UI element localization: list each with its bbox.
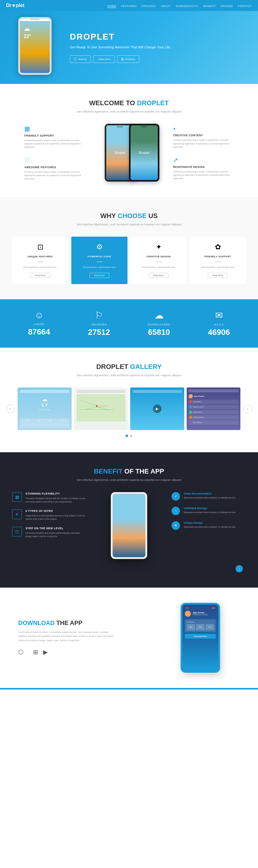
apple-btn[interactable]: Apple store	[93, 55, 115, 63]
gallery-prev-button[interactable]: ‹	[6, 404, 14, 413]
storage-icon: ↑	[172, 507, 180, 515]
hero-phone: ☁ 22°	[18, 17, 58, 75]
feature-friendly-support: ▦ FRIENDLY SUPPORT Architecto provident …	[24, 125, 85, 149]
benefit-right-text: Unique Design Qabusdam provident dibus d…	[184, 521, 236, 529]
nav-pricing[interactable]: PRICING	[221, 5, 233, 8]
download-icons: ⬡ ⊞ ▶	[18, 648, 149, 656]
download-phone-mock: 9:41 ●●● App Screen Presentation Checkli…	[181, 603, 220, 673]
list-item: Leigh Anderson	[188, 415, 239, 420]
gallery-slide-3: ▶	[130, 388, 184, 430]
windows-icon: ⊞	[121, 57, 124, 61]
gallery-container: ‹ ☁ 1 7 Partly Cloudy MonTueWedThu	[6, 388, 252, 430]
gallery-dot-1[interactable]	[126, 435, 128, 437]
hero-title: DROPLET	[70, 32, 240, 42]
gallery-slide-2	[74, 388, 128, 430]
stat-number: 87664	[12, 327, 66, 337]
card-text: Odt temporibus, reprehenderit aum.	[23, 266, 57, 269]
welcome-section: WELCOME TO DROPLET Vero dolurbus digniss…	[0, 84, 258, 197]
card-divider	[97, 261, 103, 262]
android-icon: ⬡	[74, 57, 77, 61]
windows-btn[interactable]: ⊞ Windows	[117, 55, 139, 63]
gallery-slide-1: ☁ 1 7 Partly Cloudy MonTueWedThu	[17, 388, 72, 430]
list-item: Barbara Lorent	[188, 405, 239, 409]
gallery-title: DROPLET GALLERY	[6, 363, 252, 371]
stat-label: USERS	[12, 323, 66, 326]
benefit-right: ✓ Clean Documentation Qabusdam provident…	[172, 492, 246, 530]
download-description: Lorem ipsum dolor sit amet, consectetur …	[18, 630, 115, 643]
logo[interactable]: Drplet	[6, 3, 24, 8]
card-text: Odt temporibus, reprehenderit aum.	[201, 266, 235, 269]
hero-buttons: ⬡ Android Apple store ⊞ Windows	[70, 55, 240, 63]
choose-cards: ⊡ UNIQUE FEATURES Odt temporibus, repreh…	[12, 237, 246, 284]
benefit-item-text: STUNNING FLEXIBILITY The given template …	[26, 492, 86, 503]
benefit-section: BENEFIT OF THE APP Vero dolurbus digniss…	[0, 452, 258, 588]
gallery-slides: ☁ 1 7 Partly Cloudy MonTueWedThu	[17, 388, 241, 430]
powerful-code-icon: ⚙	[96, 243, 103, 251]
phone-black: Dr●plet	[129, 124, 159, 182]
read-more-button-1[interactable]: Read More	[30, 273, 50, 278]
hero-text: DROPLET Get Ready To See Something Aweso…	[70, 32, 240, 63]
nav-screenshots[interactable]: SCREENSHOTS	[176, 5, 198, 8]
play-button-icon[interactable]: ▶	[153, 404, 161, 413]
benefit-item-text: 6 TYPES OF INTRO Today Intro is a very i…	[26, 509, 86, 521]
users-icon: ☺	[12, 310, 66, 320]
android-btn[interactable]: ⬡ Android	[70, 55, 91, 63]
card-powerful-code: ⚙ POWERFUL CODE Odt temporibus, reprehen…	[71, 237, 127, 284]
download-section: DOWNLOAD THE APP Lorem ipsum dolor sit a…	[0, 588, 258, 688]
why-subtitle: Vero dolurbus dignissimos, unde architec…	[76, 223, 182, 226]
nav-features[interactable]: FEATURES	[121, 5, 137, 8]
why-title: WHY CHOOSE US	[12, 212, 246, 220]
card-friendly-support: ✿ FRIENDLY SUPPORT Odt temporibus, repre…	[190, 237, 246, 284]
benefit-item-text: STEP ON THE NEW LEVEL Innovative solutio…	[26, 527, 86, 538]
awarded-icon: ⚐	[72, 310, 126, 320]
card-divider	[215, 261, 221, 262]
responsive-icon: ↗	[173, 156, 234, 164]
stat-mails: ✉ MAILS 46906	[192, 310, 246, 337]
nav-home[interactable]: HOME	[107, 5, 116, 8]
stunning-icon: ▦	[12, 492, 22, 502]
download-text: DOWNLOAD THE APP Lorem ipsum dolor sit a…	[18, 620, 149, 656]
why-section: WHY CHOOSE US Vero dolurbus dignissimos,…	[0, 197, 258, 299]
read-more-button-3[interactable]: Read More	[149, 273, 169, 278]
gallery-slide-4: User Profile Anna Adama Barbara Lorent R…	[187, 388, 241, 430]
stat-number: 65810	[132, 328, 186, 337]
design-icon: ✦	[172, 521, 180, 530]
card-title: FRIENDLY SUPPORT	[204, 255, 231, 258]
card-creative-design: ✦ CREATIVE DESIGN Odt temporibus, repreh…	[131, 237, 187, 284]
level-icon: ⊡	[12, 527, 22, 536]
card-divider	[156, 261, 162, 262]
mails-icon: ✉	[192, 310, 246, 320]
phones-center: Droplet Dr●plet	[91, 124, 167, 182]
benefit-left: ▦ STUNNING FLEXIBILITY The given templat…	[12, 492, 86, 538]
feature-title: CREATIVE CONTENT	[173, 134, 234, 137]
windows-download-icon[interactable]: ⊞	[33, 648, 38, 656]
gallery-dot-2[interactable]	[130, 435, 132, 437]
list-item: Alan Phillips	[188, 420, 239, 425]
benefit-content: ▦ STUNNING FLEXIBILITY The given templat…	[12, 492, 246, 559]
friendly-support-card-icon: ✿	[215, 243, 221, 251]
nav-benefit[interactable]: BENEFIT	[203, 5, 216, 8]
read-more-button-2[interactable]: Read More	[89, 273, 109, 278]
card-title: UNIQUE FEATURES	[28, 255, 53, 258]
features-left: ▦ FRIENDLY SUPPORT Architecto provident …	[24, 125, 85, 180]
stats-section: ☺ USERS 87664 ⚐ AWARDED 27512 ☁ DOWNLOAD…	[0, 299, 258, 348]
scroll-down-button[interactable]: ↓	[235, 565, 243, 572]
gallery-next-button[interactable]: ›	[244, 404, 252, 413]
read-more-button-4[interactable]: Read More	[208, 273, 228, 278]
download-phone: 9:41 ●●● App Screen Presentation Checkli…	[161, 603, 240, 673]
clean-docs-icon: ✓	[172, 492, 180, 501]
welcome-subtitle: Vero dolurbus dignissimos, unde architec…	[76, 110, 182, 113]
nav-about[interactable]: ABOUT	[161, 5, 171, 8]
nav-contact[interactable]: CONTACT	[238, 5, 252, 8]
android-download-icon[interactable]: ⬡	[18, 648, 23, 656]
apple-label: Apple store	[99, 58, 111, 61]
feature-responsive: ↗ RESPONSIVE DESIGN Architecto provident…	[173, 156, 234, 180]
card-text: Odt temporibus, reprehenderit aum.	[82, 266, 116, 269]
gallery-subtitle: Vero dolurbus dignissimos, unde architec…	[76, 374, 182, 377]
play-download-icon[interactable]: ▶	[43, 648, 48, 656]
list-item: Anna Adama	[188, 400, 239, 404]
nav-process[interactable]: PROCESS	[141, 5, 156, 8]
feature-title: FRIENDLY SUPPORT	[24, 134, 85, 137]
benefit-unlimited-storage: ↑ Unlimited Storage Qabusdam provident d…	[172, 507, 246, 515]
card-unique-features: ⊡ UNIQUE FEATURES Odt temporibus, repreh…	[12, 237, 68, 284]
